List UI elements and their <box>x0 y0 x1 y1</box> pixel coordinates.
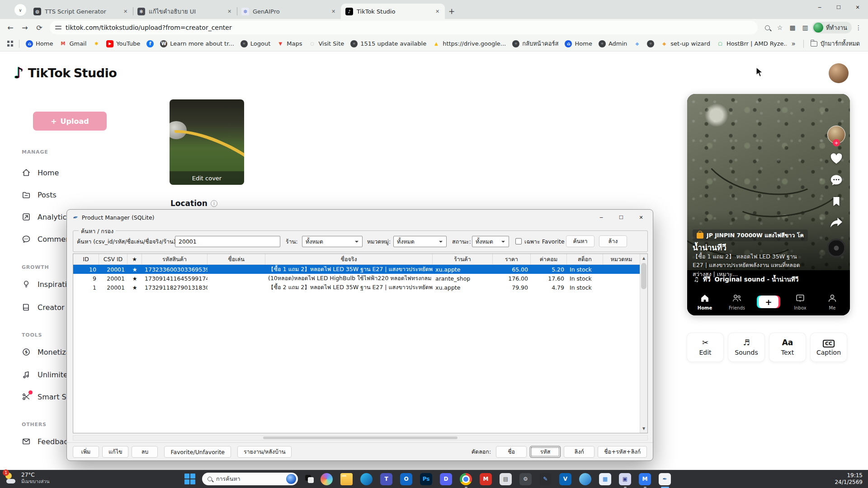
taskbar-search[interactable]: การค้นหา <box>202 473 298 485</box>
bookmark-maps[interactable]: ▼Maps <box>274 39 305 49</box>
info-icon[interactable]: i <box>211 200 217 207</box>
browser-tab-tiktok-studio[interactable]: ♪TikTok Studio✕ <box>341 4 445 19</box>
table-row[interactable]: 1020001★1732336003033695390【ซื้อ 1 แถม 2… <box>73 265 640 274</box>
item-button[interactable]: ลบ <box>132 446 158 458</box>
forward-icon[interactable]: → <box>18 21 32 34</box>
minimize-icon[interactable]: ─ <box>810 0 829 14</box>
column-header-csv-id[interactable]: CSV ID <box>99 254 127 264</box>
video-cover-thumbnail[interactable]: Edit cover <box>170 99 244 185</box>
discord-icon[interactable]: D <box>440 473 452 485</box>
edit-cover-button[interactable]: Edit cover <box>170 171 244 185</box>
store-icon[interactable]: ▦ <box>599 473 611 485</box>
like-heart-icon[interactable] <box>830 152 843 165</box>
close-icon[interactable]: ✕ <box>848 0 867 14</box>
bookmarks-overflow-chevron[interactable]: » <box>787 40 800 48</box>
new-tab-button[interactable]: + <box>445 5 458 18</box>
bookmark-learn-more-about-tr[interactable]: WLearn more about tr... <box>157 39 237 49</box>
bookmark-admin[interactable]: ◦Admin <box>595 39 630 49</box>
back-icon[interactable]: ← <box>4 21 17 34</box>
printer-icon[interactable]: ▤ <box>500 473 512 485</box>
copy-item-button[interactable]: รหัส <box>530 446 561 458</box>
sounds-button[interactable]: ♬Sounds <box>728 333 764 361</box>
browser-tab-genaipro[interactable]: ❆GenAIPro✕ <box>237 4 341 19</box>
create-plus-button[interactable]: + <box>759 296 778 308</box>
address-bar[interactable]: tiktok.com/tiktokstudio/upload?from=crea… <box>50 21 758 34</box>
bookmark-facebook-favicon[interactable]: f <box>143 39 157 49</box>
horizontal-scrollbar[interactable] <box>73 435 648 441</box>
comment-icon[interactable] <box>830 174 843 187</box>
copilot-icon[interactable] <box>321 473 333 485</box>
m-app-icon[interactable]: M <box>639 473 651 485</box>
bookmark-item[interactable]: ◦กลับหน้าคอร์ส <box>509 38 561 50</box>
nav-home[interactable]: Home <box>694 293 715 310</box>
menu-kebab-icon[interactable]: ⋮ <box>853 22 864 33</box>
url-text[interactable]: tiktok.com/tiktokstudio/upload?from=crea… <box>66 24 232 31</box>
bookmark-https-drive-google[interactable]: ▲https://drive.google... <box>429 39 509 49</box>
start-button[interactable] <box>184 474 196 485</box>
video-username[interactable]: น้ำน่านทีวี <box>693 241 726 253</box>
sidebar-item-feedback[interactable]: Feedback <box>22 436 72 447</box>
bookmark-icon[interactable] <box>830 195 843 208</box>
dialog-maximize-icon[interactable]: ☐ <box>611 210 631 225</box>
settings-icon[interactable]: ⚙ <box>519 473 532 485</box>
dialog-minimize-icon[interactable]: ─ <box>591 210 611 225</box>
table-row[interactable]: 120001★1732911827901318302【ซื้อ 2 แถม 2】… <box>73 283 640 292</box>
remote-desktop-icon[interactable]: ▣ <box>619 473 631 485</box>
follow-plus-icon[interactable]: + <box>833 139 840 146</box>
tab-search-button[interactable]: ∨ <box>14 4 26 16</box>
edge-icon[interactable] <box>360 473 373 485</box>
column-header-item[interactable]: ร้านค้า <box>433 254 493 264</box>
column-header-item[interactable]: หมวดหม <box>603 254 640 264</box>
column-header-item[interactable]: รหัสสินค้า <box>142 254 208 264</box>
tab-close-icon[interactable]: ✕ <box>330 8 337 15</box>
upload-button[interactable]: + Upload <box>33 112 107 131</box>
column-header-favorite-star[interactable]: ★ <box>127 254 142 264</box>
bookmark-logout[interactable]: ◦Logout <box>237 39 274 49</box>
reload-icon[interactable]: ⟳ <box>33 21 46 34</box>
pen-tool-icon[interactable]: ✎ <box>539 473 552 485</box>
tab-close-icon[interactable]: ✕ <box>122 8 129 15</box>
vertical-scrollbar[interactable]: ▲ ▼ <box>640 254 647 433</box>
gmail-icon[interactable]: M <box>480 473 492 485</box>
caption-button[interactable]: CCCaption <box>811 333 847 361</box>
bookmark-diamond-favicon[interactable]: ◆ <box>630 39 644 49</box>
column-header-item[interactable]: ราคา <box>493 254 531 264</box>
column-header-item[interactable]: ค่าคอม <box>531 254 567 264</box>
scroll-up-icon[interactable]: ▲ <box>640 254 647 262</box>
search-input[interactable] <box>175 236 280 247</box>
creator-avatar[interactable]: + <box>827 126 845 144</box>
browser-tab-ui[interactable]: ✻แก้ไขคำอธิบาย UI✕ <box>133 4 237 19</box>
edit-button[interactable]: ✂Edit <box>687 333 723 361</box>
clear-button[interactable]: ล้าง <box>599 235 627 247</box>
category-select[interactable]: ทั้งหมด <box>393 236 447 247</box>
tiktok-studio-logo[interactable]: ♪ TikTokStudio <box>14 65 117 80</box>
table-row[interactable]: 920001★1730914116455991748(10หลอด)หลอดไฟ… <box>73 274 640 283</box>
copy-item-button[interactable]: ลิงก์ <box>564 446 594 458</box>
outlook-icon[interactable]: O <box>400 473 412 485</box>
bookmark-youtube[interactable]: ▶YouTube <box>103 39 143 49</box>
search-icon[interactable] <box>761 22 773 33</box>
copy-item-button[interactable]: ชื่อ+รหัส+ลิงก์ <box>598 446 647 458</box>
site-settings-icon[interactable] <box>55 25 61 30</box>
bookmark-visit-site[interactable]: ○Visit Site <box>306 39 348 49</box>
scrollbar-thumb[interactable] <box>641 263 646 289</box>
favorite-checkbox[interactable] <box>515 238 522 244</box>
item-button[interactable]: แก้ไข <box>102 446 128 458</box>
sound-disc-icon[interactable] <box>827 239 846 258</box>
copy-item-button[interactable]: ชื่อ <box>496 446 527 458</box>
item-button[interactable]: รายงาน/หลังบ้าน <box>237 446 292 458</box>
vscode-icon[interactable]: V <box>559 473 571 485</box>
item-button[interactable]: เพิ่ม <box>73 446 99 458</box>
share-icon[interactable] <box>829 216 844 230</box>
edge-beta-icon[interactable] <box>579 473 591 485</box>
bing-daily-image[interactable] <box>286 474 296 484</box>
sidebar-item-home[interactable]: Home <box>22 167 59 178</box>
bookmark-home[interactable]: ⌂Home <box>561 39 595 49</box>
bookmark-star-icon[interactable]: ☆ <box>774 22 786 33</box>
dialog-title-bar[interactable]: ✒ Product Manager (SQLite) <box>67 210 653 225</box>
photoshop-icon[interactable]: Ps <box>420 473 432 485</box>
taskbar-weather-widget[interactable]: 1 27°C มีเมฆบางส่วน <box>5 472 49 484</box>
bookmark-set-up-wizard[interactable]: ◆set-up wizard <box>657 39 713 49</box>
sidebar-item-posts[interactable]: Posts <box>22 189 57 201</box>
all-bookmarks-button[interactable]: บุ๊กมาร์กทั้งหมด <box>807 39 863 48</box>
